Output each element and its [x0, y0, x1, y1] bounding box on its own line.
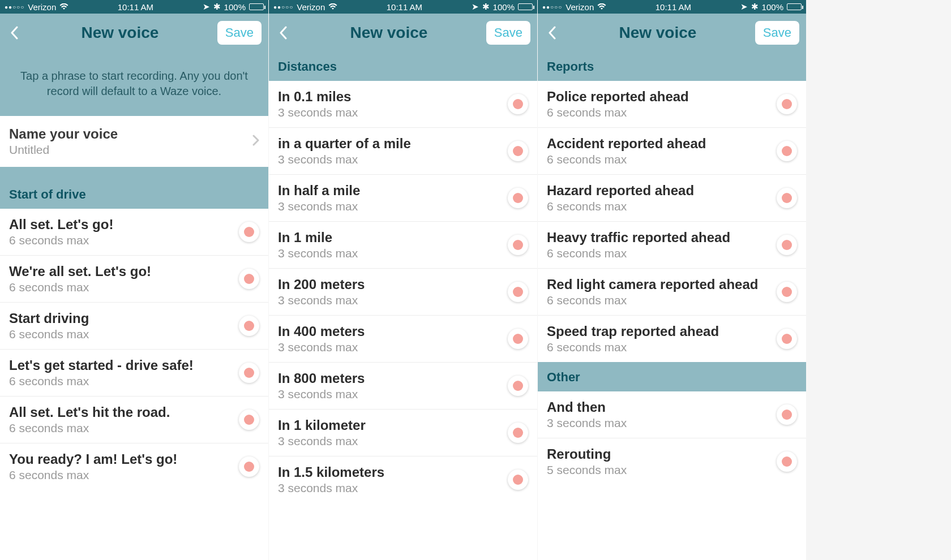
phrase-title: Let's get started - drive safe! [9, 357, 194, 373]
phrase-title: In 1.5 kilometers [278, 464, 384, 480]
phrase-duration: 3 seconds max [278, 153, 411, 166]
list-item[interactable]: Hazard reported ahead6 seconds max [538, 175, 806, 222]
record-icon[interactable] [239, 410, 259, 430]
phrase-duration: 6 seconds max [547, 106, 689, 119]
record-icon[interactable] [508, 188, 528, 208]
clock-label: 10:11 AM [118, 2, 153, 12]
list-reports: Police reported ahead6 seconds maxAccide… [538, 81, 806, 362]
back-button[interactable] [545, 25, 560, 41]
status-bar: ●●○○○ Verizon 10:11 AM ➤ ✱ 100% [538, 0, 806, 14]
info-banner: Tap a phrase to start recording. Any you… [0, 51, 268, 116]
list-item[interactable]: Let's get started - drive safe!6 seconds… [0, 350, 268, 397]
record-icon[interactable] [508, 282, 528, 302]
wifi-icon [328, 2, 337, 12]
list-item[interactable]: In 1.5 kilometers3 seconds max [269, 456, 537, 503]
phrase-title: Police reported ahead [547, 89, 689, 105]
phrase-duration: 6 seconds max [9, 421, 170, 435]
list-item[interactable]: You ready? I am! Let's go!6 seconds max [0, 443, 268, 490]
phrase-title: In 1 kilometer [278, 417, 366, 433]
phrase-duration: 3 seconds max [278, 106, 358, 119]
carrier-label: Verizon [297, 2, 325, 12]
save-button[interactable]: Save [755, 21, 799, 45]
record-icon[interactable] [777, 282, 797, 302]
carrier-label: Verizon [28, 2, 56, 12]
record-icon[interactable] [239, 222, 259, 242]
record-icon[interactable] [239, 363, 259, 383]
list-item[interactable]: In half a mile3 seconds max [269, 175, 537, 222]
record-icon[interactable] [239, 456, 259, 477]
status-bar: ●●○○○ Verizon 10:11 AM ➤ ✱ 100% [269, 0, 537, 14]
location-icon: ➤ [203, 2, 210, 12]
phrase-title: You ready? I am! Let's go! [9, 451, 177, 467]
clock-label: 10:11 AM [656, 2, 691, 12]
save-button[interactable]: Save [217, 21, 262, 45]
wifi-icon [59, 2, 68, 12]
save-button[interactable]: Save [486, 21, 530, 45]
record-icon[interactable] [777, 404, 797, 425]
record-icon[interactable] [777, 141, 797, 161]
list-item[interactable]: All set. Let's go!6 seconds max [0, 209, 268, 256]
list-item[interactable]: in a quarter of a mile3 seconds max [269, 128, 537, 175]
phrase-duration: 3 seconds max [547, 416, 627, 430]
record-icon[interactable] [777, 188, 797, 208]
phrase-duration: 3 seconds max [278, 481, 384, 495]
list-item[interactable]: Speed trap reported ahead6 seconds max [538, 316, 806, 362]
record-icon[interactable] [508, 94, 528, 114]
clock-label: 10:11 AM [387, 2, 422, 12]
section-header-distances: Distances [269, 51, 537, 81]
list-item[interactable]: In 200 meters3 seconds max [269, 269, 537, 316]
phrase-duration: 3 seconds max [278, 247, 358, 260]
list-item[interactable]: Rerouting5 seconds max [538, 438, 806, 485]
back-button[interactable] [276, 25, 292, 41]
list-item[interactable]: Accident reported ahead6 seconds max [538, 128, 806, 175]
name-voice-value: Untitled [9, 143, 118, 157]
section-header-other: Other [538, 362, 806, 391]
section-header-start-of-drive: Start of drive [0, 179, 268, 209]
record-icon[interactable] [508, 141, 528, 161]
record-icon[interactable] [777, 94, 797, 114]
list-item[interactable]: In 1 kilometer3 seconds max [269, 410, 537, 456]
battery-icon [787, 3, 802, 10]
status-bar: ●●○○○ Verizon 10:11 AM ➤ ✱ 100% [0, 0, 268, 14]
list-item[interactable]: And then3 seconds max [538, 391, 806, 438]
record-icon[interactable] [239, 269, 259, 289]
record-icon[interactable] [508, 469, 528, 490]
phrase-title: In 400 meters [278, 324, 365, 339]
battery-pct-label: 100% [224, 2, 246, 12]
phrase-title: Start driving [9, 311, 89, 326]
phrase-title: in a quarter of a mile [278, 136, 411, 152]
record-icon[interactable] [508, 235, 528, 255]
section-header-reports: Reports [538, 51, 806, 81]
list-item[interactable]: All set. Let's hit the road.6 seconds ma… [0, 397, 268, 443]
list-item[interactable]: Start driving6 seconds max [0, 303, 268, 350]
phrase-duration: 6 seconds max [9, 468, 177, 482]
battery-pct-label: 100% [493, 2, 515, 12]
phrase-title: Rerouting [547, 446, 627, 462]
list-item[interactable]: In 400 meters3 seconds max [269, 316, 537, 363]
list-item[interactable]: Police reported ahead6 seconds max [538, 81, 806, 128]
back-button[interactable] [7, 25, 23, 41]
record-icon[interactable] [508, 423, 528, 443]
phrase-title: And then [547, 399, 627, 415]
list-item[interactable]: We're all set. Let's go!6 seconds max [0, 256, 268, 303]
list-item[interactable]: Red light camera reported ahead6 seconds… [538, 269, 806, 316]
record-icon[interactable] [508, 329, 528, 349]
list-item[interactable]: In 1 mile3 seconds max [269, 222, 537, 269]
list-item[interactable]: In 0.1 miles3 seconds max [269, 81, 537, 128]
phrase-duration: 6 seconds max [9, 281, 151, 294]
record-icon[interactable] [508, 376, 528, 396]
record-icon[interactable] [777, 329, 797, 349]
phrase-title: Heavy traffic reported ahead [547, 230, 730, 245]
name-your-voice-row[interactable]: Name your voice Untitled [0, 116, 268, 167]
list-item[interactable]: In 800 meters3 seconds max [269, 363, 537, 410]
record-icon[interactable] [777, 235, 797, 255]
signal-dots-icon: ●●○○○ [273, 4, 293, 10]
list-item[interactable]: Heavy traffic reported ahead6 seconds ma… [538, 222, 806, 269]
phrase-duration: 6 seconds max [547, 153, 706, 166]
name-voice-title: Name your voice [9, 126, 118, 142]
phrase-duration: 3 seconds max [278, 200, 360, 213]
bluetooth-icon: ✱ [213, 2, 221, 12]
screen-1: ●●○○○ Verizon 10:11 AM ➤ ✱ 100% New voic… [0, 0, 269, 560]
record-icon[interactable] [239, 316, 259, 336]
record-icon[interactable] [777, 451, 797, 472]
